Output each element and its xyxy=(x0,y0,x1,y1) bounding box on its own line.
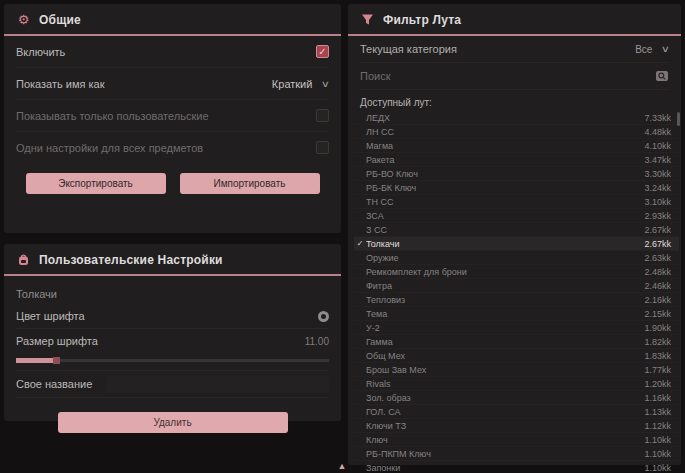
font-color-label: Цвет шрифта xyxy=(16,310,85,322)
loot-filter-header: Фильтр Лута xyxy=(348,4,681,34)
search-icon[interactable] xyxy=(655,70,669,82)
font-size-slider[interactable] xyxy=(16,356,329,366)
loot-item-name: Тепловиз xyxy=(366,295,644,305)
check-icon: ✓ xyxy=(354,239,366,248)
collapse-handle-icon[interactable]: ▲ xyxy=(336,461,348,471)
loot-item-value: 2.16kk xyxy=(644,295,679,305)
font-size-label: Размер шрифта xyxy=(16,335,98,347)
loot-item-name: У-2 xyxy=(366,323,644,333)
font-color-row: Цвет шрифта xyxy=(16,304,329,329)
loot-item-row[interactable]: Тепловиз2.16kk xyxy=(354,293,679,307)
loot-item-row[interactable]: ЗСА2.93kk xyxy=(354,209,679,223)
loot-item-value: 2.46kk xyxy=(644,281,679,291)
loot-item-row[interactable]: З СС2.67kk xyxy=(354,223,679,237)
setting-row-only-custom: Показывать только пользовательские ✓ xyxy=(16,100,329,132)
loot-item-value: 1.10kk xyxy=(644,435,679,445)
loot-item-name: Ключи ТЗ xyxy=(366,421,644,431)
loot-item-row[interactable]: Ключи ТЗ1.12kk xyxy=(354,419,679,433)
loot-item-row[interactable]: Фитра2.46kk xyxy=(354,279,679,293)
loot-item-name: Запонки xyxy=(366,463,644,473)
name-display-select[interactable]: Краткий ∨ xyxy=(272,78,329,90)
custom-name-row: Свое название xyxy=(16,371,329,398)
backpack-icon xyxy=(16,252,31,267)
category-row: Текущая категория Все ∨ xyxy=(360,36,669,63)
custom-name-label: Свое название xyxy=(16,378,92,390)
general-panel-header: ⚙ Общие xyxy=(4,4,341,34)
loot-item-value: 2.67kk xyxy=(644,225,679,235)
loot-item-row[interactable]: Гамма1.82kk xyxy=(354,335,679,349)
loot-item-row[interactable]: Ключ1.10kk xyxy=(354,433,679,447)
name-display-value: Краткий xyxy=(272,78,313,90)
loot-item-value: 1.83kk xyxy=(644,351,679,361)
export-button[interactable]: Экспортировать xyxy=(26,173,166,194)
only-custom-label: Показывать только пользовательские xyxy=(16,110,209,122)
loot-item-name: ЛН СС xyxy=(366,127,644,137)
user-settings-title: Пользовательские Настройки xyxy=(39,253,223,267)
loot-item-value: 1.10kk xyxy=(644,463,679,473)
same-settings-checkbox[interactable]: ✓ xyxy=(316,141,329,154)
loot-item-name: З СС xyxy=(366,225,644,235)
loot-item-row[interactable]: Тема2.15kk xyxy=(354,307,679,321)
font-size-row: Размер шрифта 11.00 xyxy=(16,329,329,371)
loot-item-row[interactable]: ТН СС3.10kk xyxy=(354,195,679,209)
loot-item-name: Зол. образ xyxy=(366,393,644,403)
loot-item-row[interactable]: ✓Толкачи2.67kk xyxy=(354,237,679,251)
loot-item-value: 7.33kk xyxy=(644,113,679,123)
loot-item-name: Ремкомплект для брони xyxy=(366,267,644,277)
category-label: Текущая категория xyxy=(360,43,457,55)
loot-item-name: ЛЕДХ xyxy=(366,113,644,123)
loot-item-row[interactable]: Магма4.10kk xyxy=(354,139,679,153)
loot-item-name: ГОЛ. СА xyxy=(366,407,644,417)
color-picker-icon[interactable] xyxy=(318,311,329,322)
loot-item-name: Оружие xyxy=(366,253,644,263)
loot-item-row[interactable]: Брош Зав Мех1.77kk xyxy=(354,363,679,377)
loot-item-name: РБ-ВО Ключ xyxy=(366,169,644,179)
loot-item-name: Rivals xyxy=(366,379,644,389)
loot-item-name: Фитра xyxy=(366,281,644,291)
loot-item-name: Ракета xyxy=(366,155,644,165)
loot-filter-panel: Фильтр Лута Текущая категория Все ∨ Дост… xyxy=(348,4,681,465)
loot-item-row[interactable]: Ракета3.47kk xyxy=(354,153,679,167)
loot-item-name: ЗСА xyxy=(366,211,644,221)
loot-item-row[interactable]: У-21.90kk xyxy=(354,321,679,335)
gear-icon: ⚙ xyxy=(16,12,31,27)
available-loot-label: Доступный лут: xyxy=(348,90,681,111)
loot-item-row[interactable]: РБ-БК Ключ3.24kk xyxy=(354,181,679,195)
loot-item-value: 1.77kk xyxy=(644,365,679,375)
chevron-down-icon: ∨ xyxy=(321,79,330,89)
slider-handle[interactable] xyxy=(53,357,60,364)
category-select[interactable]: Все ∨ xyxy=(635,44,669,55)
enable-label: Включить xyxy=(16,46,65,58)
loot-item-value: 4.10kk xyxy=(644,141,679,151)
loot-item-row[interactable]: РБ-ПКПМ Ключ1.10kk xyxy=(354,447,679,461)
general-panel: ⚙ Общие Включить ✓ Показать имя как Крат… xyxy=(4,4,341,233)
loot-item-row[interactable]: Оружие2.63kk xyxy=(354,251,679,265)
loot-item-row[interactable]: ЛН СС4.48kk xyxy=(354,125,679,139)
loot-item-row[interactable]: ГОЛ. СА1.13kk xyxy=(354,405,679,419)
loot-item-value: 1.20kk xyxy=(644,379,679,389)
loot-item-value: 1.13kk xyxy=(644,407,679,417)
loot-item-row[interactable]: Общ Мех1.83kk xyxy=(354,349,679,363)
only-custom-checkbox[interactable]: ✓ xyxy=(316,109,329,122)
general-panel-title: Общие xyxy=(39,13,81,27)
loot-item-row[interactable]: Rivals1.20kk xyxy=(354,377,679,391)
search-input[interactable] xyxy=(360,70,655,82)
scrollbar-thumb[interactable] xyxy=(677,112,680,126)
user-settings-header: Пользовательские Настройки xyxy=(4,244,341,274)
loot-item-name: Брош Зав Мех xyxy=(366,365,644,375)
loot-item-value: 1.10kk xyxy=(644,449,679,459)
slider-fill xyxy=(16,358,56,363)
font-size-value: 11.00 xyxy=(305,336,329,347)
delete-button[interactable]: Удалить xyxy=(58,412,288,433)
loot-item-row[interactable]: Запонки1.10kk xyxy=(354,461,679,473)
loot-item-row[interactable]: РБ-ВО Ключ3.30kk xyxy=(354,167,679,181)
loot-item-row[interactable]: ЛЕДХ7.33kk xyxy=(354,111,679,125)
custom-name-input[interactable] xyxy=(106,376,329,393)
loot-item-name: РБ-БК Ключ xyxy=(366,183,644,193)
loot-item-value: 2.48kk xyxy=(644,267,679,277)
loot-item-row[interactable]: Ремкомплект для брони2.48kk xyxy=(354,265,679,279)
enable-checkbox[interactable]: ✓ xyxy=(316,45,329,58)
import-button[interactable]: Импортировать xyxy=(180,173,320,194)
loot-item-row[interactable]: Зол. образ1.16kk xyxy=(354,391,679,405)
loot-filter-title: Фильтр Лута xyxy=(383,13,461,27)
